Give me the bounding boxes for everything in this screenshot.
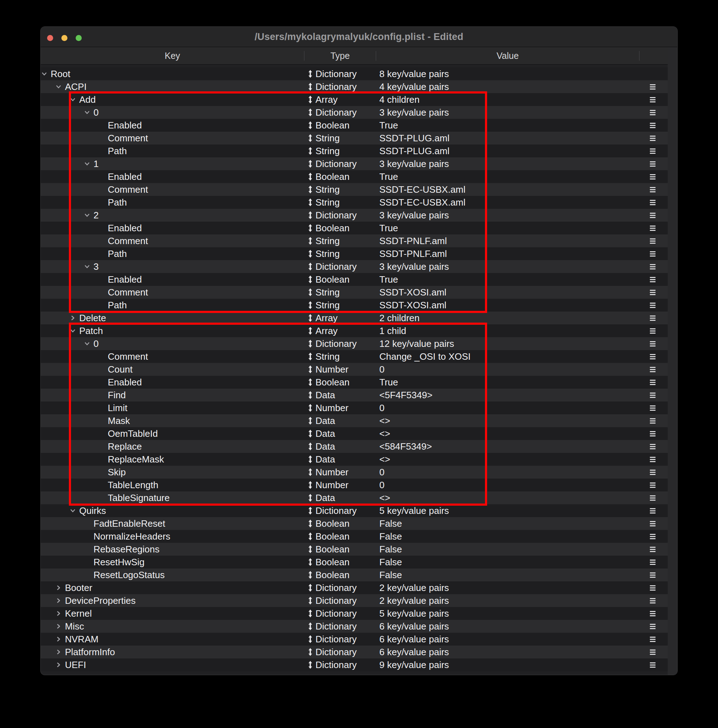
row-value[interactable]: SSDT-XOSI.aml <box>379 286 446 299</box>
type-updown-arrow-icon[interactable] <box>308 301 312 309</box>
disclosure-expanded-icon[interactable] <box>84 161 90 167</box>
row-menu-icon[interactable] <box>650 637 655 642</box>
table-row[interactable]: CommentStringChange _OSI to XOSI <box>41 350 667 363</box>
row-type-popup[interactable]: Data <box>315 427 335 440</box>
table-row[interactable]: DevicePropertiesDictionary2 key/value pa… <box>41 594 667 607</box>
row-type-popup[interactable]: String <box>315 196 340 209</box>
row-type-popup[interactable]: Dictionary <box>315 645 357 658</box>
table-row[interactable]: PathStringSSDT-PLUG.aml <box>41 145 667 158</box>
table-row[interactable]: CountNumber0 <box>41 363 667 376</box>
row-menu-icon[interactable] <box>650 341 655 347</box>
scrollbar-track[interactable] <box>667 47 678 675</box>
type-updown-arrow-icon[interactable] <box>308 121 312 129</box>
row-type-popup[interactable]: Boolean <box>315 569 349 581</box>
row-value[interactable]: 2 key/value pairs <box>379 594 449 607</box>
table-row[interactable]: EnabledBooleanTrue <box>41 273 667 286</box>
row-menu-icon[interactable] <box>650 470 655 475</box>
row-menu-icon[interactable] <box>650 534 655 539</box>
table-row[interactable]: 2Dictionary3 key/value pairs <box>41 209 667 222</box>
type-updown-arrow-icon[interactable] <box>308 199 312 206</box>
row-value[interactable]: 8 key/value pairs <box>379 67 449 80</box>
row-type-popup[interactable]: Dictionary <box>315 658 357 671</box>
type-updown-arrow-icon[interactable] <box>308 558 312 566</box>
row-value[interactable]: SSDT-PLUG.aml <box>379 145 450 158</box>
type-updown-arrow-icon[interactable] <box>308 185 312 193</box>
row-type-popup[interactable]: Boolean <box>315 119 349 132</box>
row-menu-icon[interactable] <box>650 380 655 385</box>
row-value[interactable]: 6 key/value pairs <box>379 620 449 633</box>
type-updown-arrow-icon[interactable] <box>308 147 312 155</box>
row-value[interactable]: False <box>379 556 402 569</box>
table-row[interactable]: EnabledBooleanTrue <box>41 119 667 132</box>
row-menu-icon[interactable] <box>650 161 655 167</box>
type-updown-arrow-icon[interactable] <box>308 610 312 617</box>
row-type-popup[interactable]: Number <box>315 401 348 414</box>
row-type-popup[interactable]: Dictionary <box>315 106 357 119</box>
row-type-popup[interactable]: Dictionary <box>315 633 357 645</box>
type-updown-arrow-icon[interactable] <box>308 353 312 361</box>
row-value[interactable]: 2 children <box>379 312 419 324</box>
row-menu-icon[interactable] <box>650 496 655 501</box>
row-type-popup[interactable]: String <box>315 145 340 158</box>
type-updown-arrow-icon[interactable] <box>308 250 312 258</box>
type-updown-arrow-icon[interactable] <box>308 571 312 579</box>
table-row[interactable]: TableSignatureData<> <box>41 491 667 504</box>
type-updown-arrow-icon[interactable] <box>308 596 312 604</box>
row-type-popup[interactable]: Dictionary <box>315 80 357 93</box>
disclosure-expanded-icon[interactable] <box>84 109 90 116</box>
row-type-popup[interactable]: Dictionary <box>315 620 357 633</box>
row-type-popup[interactable]: Dictionary <box>315 158 357 170</box>
type-updown-arrow-icon[interactable] <box>308 532 312 540</box>
type-updown-arrow-icon[interactable] <box>308 494 312 502</box>
type-updown-arrow-icon[interactable] <box>308 173 312 180</box>
column-header-key[interactable]: Key <box>41 47 304 64</box>
type-updown-arrow-icon[interactable] <box>308 507 312 515</box>
row-type-popup[interactable]: Boolean <box>315 376 349 388</box>
table-row[interactable]: ACPIDictionary4 key/value pairs <box>41 80 667 93</box>
row-menu-icon[interactable] <box>650 226 655 231</box>
table-row[interactable]: CommentStringSSDT-PLUG.aml <box>41 132 667 145</box>
row-value[interactable]: <> <box>379 414 390 427</box>
type-updown-arrow-icon[interactable] <box>308 468 312 476</box>
type-updown-arrow-icon[interactable] <box>308 661 312 669</box>
type-updown-arrow-icon[interactable] <box>308 404 312 412</box>
row-menu-icon[interactable] <box>650 431 655 436</box>
type-updown-arrow-icon[interactable] <box>308 134 312 142</box>
type-updown-arrow-icon[interactable] <box>308 584 312 592</box>
row-type-popup[interactable]: Dictionary <box>315 581 357 594</box>
table-row[interactable]: AddArray4 children <box>41 93 667 106</box>
row-type-popup[interactable]: Array <box>315 312 338 324</box>
type-updown-arrow-icon[interactable] <box>308 327 312 335</box>
table-row[interactable]: PathStringSSDT-PNLF.aml <box>41 247 667 260</box>
row-value[interactable]: 6 key/value pairs <box>379 645 449 658</box>
type-updown-arrow-icon[interactable] <box>308 314 312 322</box>
type-updown-arrow-icon[interactable] <box>308 520 312 528</box>
type-updown-arrow-icon[interactable] <box>308 70 312 78</box>
row-value[interactable]: 3 key/value pairs <box>379 158 449 170</box>
table-row[interactable]: SkipNumber0 <box>41 466 667 479</box>
row-menu-icon[interactable] <box>650 239 655 244</box>
row-value[interactable]: Change _OSI to XOSI <box>379 350 471 363</box>
row-type-popup[interactable]: Dictionary <box>315 67 357 80</box>
row-type-popup[interactable]: Dictionary <box>315 594 357 607</box>
row-value[interactable]: 0 <box>379 479 384 491</box>
row-value[interactable]: 4 key/value pairs <box>379 80 449 93</box>
row-value[interactable]: True <box>379 273 398 286</box>
row-menu-icon[interactable] <box>650 200 655 205</box>
row-type-popup[interactable]: String <box>315 247 340 260</box>
row-type-popup[interactable]: Number <box>315 479 348 491</box>
row-type-popup[interactable]: Array <box>315 93 338 106</box>
table-row[interactable]: EnabledBooleanTrue <box>41 376 667 388</box>
table-row[interactable]: BooterDictionary2 key/value pairs <box>41 581 667 594</box>
row-type-popup[interactable]: Dictionary <box>315 337 357 350</box>
table-row[interactable]: EnabledBooleanTrue <box>41 170 667 183</box>
row-value[interactable]: 5 key/value pairs <box>379 504 449 517</box>
row-value[interactable]: <5F4F5349> <box>379 388 433 401</box>
type-updown-arrow-icon[interactable] <box>308 622 312 630</box>
row-menu-icon[interactable] <box>650 650 655 655</box>
row-value[interactable]: SSDT-XOSI.aml <box>379 299 446 312</box>
table-row[interactable]: EnabledBooleanTrue <box>41 222 667 234</box>
row-value[interactable]: 0 <box>379 363 384 376</box>
row-type-popup[interactable]: Data <box>315 491 335 504</box>
row-menu-icon[interactable] <box>650 662 655 668</box>
